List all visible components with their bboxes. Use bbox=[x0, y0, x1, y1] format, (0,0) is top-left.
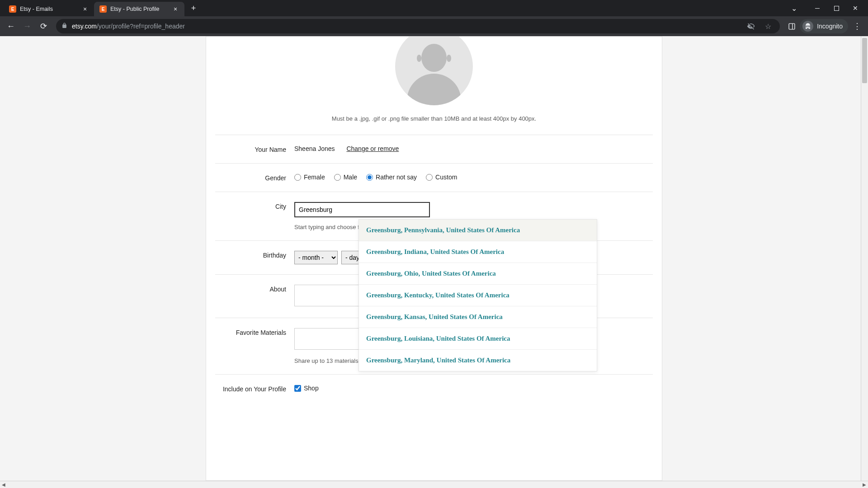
back-button[interactable]: ← bbox=[4, 19, 18, 33]
reload-button[interactable]: ⟳ bbox=[36, 19, 51, 33]
scrollbar-thumb[interactable] bbox=[862, 38, 867, 83]
gender-label: Gender bbox=[215, 174, 294, 182]
avatar-hint: Must be a .jpg, .gif or .png file smalle… bbox=[215, 115, 653, 122]
autocomplete-item[interactable]: Greensburg, Kentucky, United States Of A… bbox=[359, 285, 597, 306]
incognito-icon bbox=[802, 21, 813, 32]
avatar-placeholder[interactable] bbox=[395, 36, 473, 105]
address-bar-row: ← → ⟳ etsy.com/your/profile?ref=profile_… bbox=[0, 16, 868, 36]
form-row-name: Your Name Sheena Jones Change or remove bbox=[215, 135, 653, 163]
name-value: Sheena Jones bbox=[294, 145, 335, 152]
lock-icon bbox=[61, 23, 67, 30]
browser-tab-inactive[interactable]: E Etsy - Emails × bbox=[4, 2, 94, 16]
eye-off-icon[interactable] bbox=[745, 20, 757, 33]
url-text: etsy.com/your/profile?ref=profile_header bbox=[72, 23, 740, 30]
materials-label: Favorite Materials bbox=[215, 328, 294, 336]
gender-label-male[interactable]: Male bbox=[344, 174, 357, 181]
gender-radio-female[interactable] bbox=[294, 174, 301, 181]
incognito-badge[interactable]: Incognito bbox=[800, 19, 848, 33]
birthday-label: Birthday bbox=[215, 251, 294, 259]
tab-title: Etsy - Emails bbox=[20, 6, 78, 12]
autocomplete-item[interactable]: Greensburg, Indiana, United States Of Am… bbox=[359, 241, 597, 263]
city-autocomplete-dropdown: Greensburg, Pennsylvania, United States … bbox=[359, 219, 597, 371]
tab-bar: E Etsy - Emails × E Etsy - Public Profil… bbox=[0, 0, 868, 16]
birthday-month-select[interactable]: - month - bbox=[294, 251, 338, 264]
gender-radio-custom[interactable] bbox=[426, 174, 433, 181]
tab-title: Etsy - Public Profile bbox=[110, 6, 168, 12]
close-icon[interactable]: × bbox=[81, 5, 89, 13]
include-shop-label[interactable]: Shop bbox=[304, 385, 319, 392]
autocomplete-item[interactable]: Greensburg, Louisiana, United States Of … bbox=[359, 328, 597, 350]
close-window-button[interactable]: ✕ bbox=[846, 1, 864, 15]
form-row-gender: Gender Female Male Rather not say bbox=[215, 163, 653, 192]
city-label: City bbox=[215, 202, 294, 210]
about-label: About bbox=[215, 285, 294, 293]
form-row-city: City Start typing and choose from Greens… bbox=[215, 192, 653, 240]
page-viewport: Must be a .jpg, .gif or .png file smalle… bbox=[0, 36, 868, 481]
include-shop-checkbox[interactable] bbox=[294, 385, 301, 392]
browser-chrome: E Etsy - Emails × E Etsy - Public Profil… bbox=[0, 0, 868, 36]
change-name-link[interactable]: Change or remove bbox=[346, 145, 399, 152]
svg-rect-1 bbox=[789, 23, 795, 29]
window-controls: ⌄ ─ ✕ bbox=[785, 1, 868, 15]
autocomplete-item[interactable]: Greensburg, Kansas, United States Of Ame… bbox=[359, 306, 597, 328]
etsy-favicon: E bbox=[99, 5, 107, 13]
city-input[interactable] bbox=[294, 202, 430, 217]
profile-form-container: Must be a .jpg, .gif or .png file smalle… bbox=[206, 36, 662, 481]
gender-label-female[interactable]: Female bbox=[304, 174, 325, 181]
browser-tab-active[interactable]: E Etsy - Public Profile × bbox=[94, 2, 184, 16]
name-label: Your Name bbox=[215, 145, 294, 153]
close-icon[interactable]: × bbox=[172, 5, 179, 13]
vertical-scrollbar[interactable] bbox=[861, 36, 868, 481]
chevron-down-icon[interactable]: ⌄ bbox=[785, 1, 803, 15]
gender-label-custom[interactable]: Custom bbox=[435, 174, 457, 181]
panel-icon[interactable] bbox=[785, 20, 798, 33]
address-bar[interactable]: etsy.com/your/profile?ref=profile_header… bbox=[56, 19, 780, 33]
incognito-label: Incognito bbox=[817, 23, 843, 30]
svg-rect-0 bbox=[834, 6, 839, 10]
gender-label-rather-not-say[interactable]: Rather not say bbox=[376, 174, 417, 181]
gender-radio-group: Female Male Rather not say Custom bbox=[294, 174, 653, 181]
avatar-section: Must be a .jpg, .gif or .png file smalle… bbox=[215, 36, 653, 122]
gender-radio-male[interactable] bbox=[334, 174, 341, 181]
minimize-button[interactable]: ─ bbox=[808, 1, 826, 15]
star-icon[interactable]: ☆ bbox=[762, 20, 774, 33]
new-tab-button[interactable]: + bbox=[187, 2, 200, 14]
gender-radio-rather-not-say[interactable] bbox=[366, 174, 373, 181]
maximize-button[interactable] bbox=[827, 1, 845, 15]
include-label: Include on Your Profile bbox=[215, 385, 294, 393]
form-row-include: Include on Your Profile Shop bbox=[215, 374, 653, 393]
autocomplete-item[interactable]: Greensburg, Pennsylvania, United States … bbox=[359, 220, 597, 241]
etsy-favicon: E bbox=[9, 5, 16, 13]
autocomplete-item[interactable]: Greensburg, Ohio, United States Of Ameri… bbox=[359, 263, 597, 285]
autocomplete-item[interactable]: Greensburg, Maryland, United States Of A… bbox=[359, 350, 597, 371]
kebab-menu-icon[interactable]: ⋮ bbox=[850, 19, 864, 33]
forward-button[interactable]: → bbox=[20, 19, 34, 33]
